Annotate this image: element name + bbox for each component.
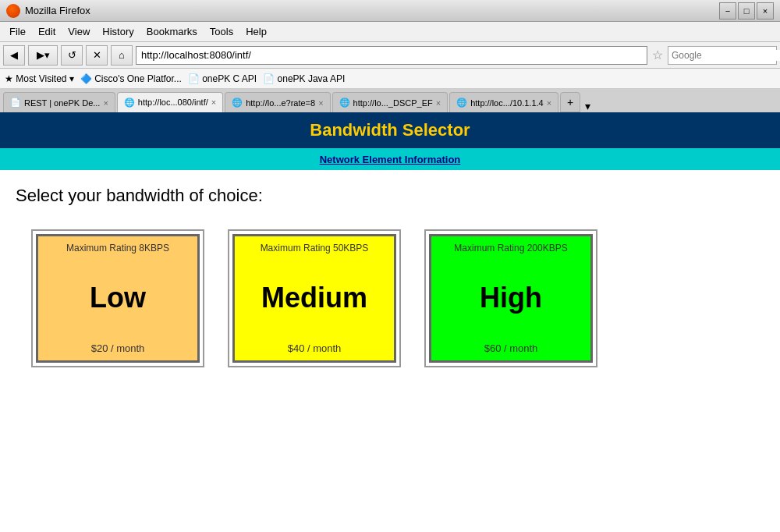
bookmark-most-visited[interactable]: ★ Most Visited ▾ — [5, 73, 74, 84]
window-controls[interactable]: − □ × — [719, 2, 774, 20]
menu-history[interactable]: History — [96, 24, 140, 39]
card-wrapper-low: Maximum Rating 8KBPS Low $20 / month — [31, 229, 204, 367]
tab-icon: 📄 — [10, 98, 21, 108]
maximize-button[interactable]: □ — [738, 2, 755, 20]
card-wrapper-high: Maximum Rating 200KBPS High $60 / month — [424, 229, 597, 367]
page-content: Bandwidth Selector Network Element Infor… — [0, 112, 780, 532]
tab-close-icon[interactable]: × — [318, 98, 323, 108]
tab-icon: 🌐 — [124, 98, 135, 108]
card-label-medium: Medium — [261, 282, 367, 314]
tabs-dropdown-button[interactable]: ▾ — [585, 100, 590, 112]
address-input[interactable] — [136, 46, 647, 65]
home-button[interactable]: ⌂ — [111, 45, 133, 66]
card-price-low: $20 / month — [91, 342, 145, 354]
window-title: Mozilla Firefox — [25, 5, 90, 16]
menu-bar: File Edit View History Bookmarks Tools H… — [0, 22, 780, 42]
tab-close-icon[interactable]: × — [103, 98, 108, 108]
menu-view[interactable]: View — [62, 24, 96, 39]
tab-rest-onepk[interactable]: 📄 REST | onePK De... × — [3, 92, 115, 112]
title-bar: Mozilla Firefox − □ × — [0, 0, 780, 22]
tab-label: REST | onePK De... — [24, 98, 100, 108]
back-button[interactable]: ◀ — [3, 45, 25, 66]
menu-tools[interactable]: Tools — [204, 24, 239, 39]
new-tab-button[interactable]: + — [560, 92, 580, 112]
tab-icon: 🌐 — [456, 98, 467, 108]
reload-button[interactable]: ↺ — [61, 45, 83, 66]
tab-close-icon[interactable]: × — [436, 98, 441, 108]
tab-icon: 🌐 — [339, 98, 350, 108]
menu-help[interactable]: Help — [239, 24, 273, 39]
bookmark-star-icon[interactable]: ☆ — [652, 48, 663, 62]
tab-close-icon[interactable]: × — [547, 98, 551, 108]
tabs-bar: 📄 REST | onePK De... × 🌐 http://loc...08… — [0, 89, 780, 112]
card-wrapper-medium: Maximum Rating 50KBPS Medium $40 / month — [228, 229, 401, 367]
card-label-low: Low — [90, 282, 146, 314]
card-rating-low: Maximum Rating 8KBPS — [44, 243, 191, 254]
forward-dropdown-button[interactable]: ▶▾ — [28, 45, 58, 66]
search-box: 🔍 — [668, 46, 777, 65]
select-prompt: Select your bandwidth of choice: — [16, 186, 764, 206]
tab-dscp[interactable]: 🌐 http://lo..._DSCP_EF × — [332, 92, 448, 112]
bookmark-cisco[interactable]: 🔷 Cisco's One Platfor... — [80, 73, 182, 84]
card-rating-high: Maximum Rating 200KBPS — [438, 243, 584, 254]
tab-close-icon[interactable]: × — [211, 98, 216, 107]
tab-label: http://lo..._DSCP_EF — [353, 98, 433, 108]
tab-ip[interactable]: 🌐 http://loc.../10.1.1.4 × — [449, 92, 558, 112]
tab-label: http://loc.../10.1.1.4 — [470, 98, 544, 108]
title-bar-left: Mozilla Firefox — [6, 4, 90, 18]
bandwidth-card-medium[interactable]: Maximum Rating 50KBPS Medium $40 / month — [232, 234, 396, 363]
cards-container: Maximum Rating 8KBPS Low $20 / month Max… — [16, 229, 764, 367]
bookmarks-bar: ★ Most Visited ▾ 🔷 Cisco's One Platfor..… — [0, 69, 780, 89]
bandwidth-card-high[interactable]: Maximum Rating 200KBPS High $60 / month — [429, 234, 593, 363]
subtitle-bar: Network Element Information — [0, 148, 780, 170]
close-button[interactable]: × — [757, 2, 774, 20]
tab-label: http://loc...080/intf/ — [138, 98, 208, 107]
bookmark-onepk-java[interactable]: 📄 onePK Java API — [263, 73, 345, 84]
network-element-link[interactable]: Network Element Information — [320, 154, 461, 165]
card-rating-medium: Maximum Rating 50KBPS — [241, 243, 388, 254]
tab-label: http://lo...e?rate=8 — [246, 98, 315, 108]
tab-intf[interactable]: 🌐 http://loc...080/intf/ × — [117, 92, 223, 112]
search-input[interactable] — [668, 50, 780, 61]
menu-file[interactable]: File — [3, 24, 32, 39]
main-body: Select your bandwidth of choice: Maximum… — [0, 170, 780, 383]
app-title: Bandwidth Selector — [8, 120, 772, 140]
card-label-high: High — [480, 282, 542, 314]
tab-icon: 🌐 — [232, 98, 243, 108]
tab-rate8[interactable]: 🌐 http://lo...e?rate=8 × — [225, 92, 330, 112]
menu-edit[interactable]: Edit — [32, 24, 62, 39]
bandwidth-card-low[interactable]: Maximum Rating 8KBPS Low $20 / month — [36, 234, 200, 363]
card-price-high: $60 / month — [484, 342, 538, 354]
bookmark-onepk-c[interactable]: 📄 onePK C API — [188, 73, 257, 84]
card-price-medium: $40 / month — [288, 342, 342, 354]
firefox-icon — [6, 4, 20, 18]
menu-bookmarks[interactable]: Bookmarks — [140, 24, 204, 39]
app-header: Bandwidth Selector — [0, 112, 780, 148]
minimize-button[interactable]: − — [719, 2, 736, 20]
nav-bar: ◀ ▶▾ ↺ ✕ ⌂ ☆ 🔍 — [0, 42, 780, 69]
stop-button[interactable]: ✕ — [86, 45, 108, 66]
